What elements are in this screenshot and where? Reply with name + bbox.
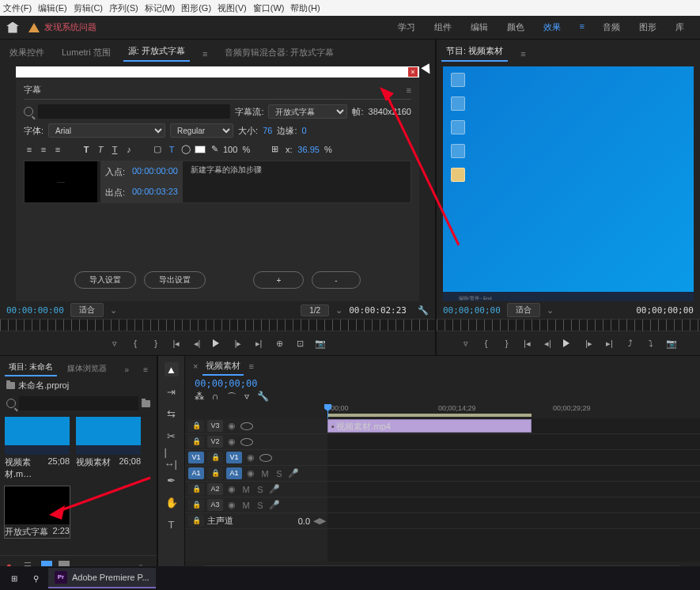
add-caption-button[interactable]: + bbox=[253, 271, 304, 289]
align-center-icon[interactable]: ≡ bbox=[38, 145, 49, 154]
task-search-icon[interactable]: ⚲ bbox=[27, 568, 45, 588]
tab-lumetri[interactable]: Lumetri 范围 bbox=[57, 43, 115, 62]
step-back-icon[interactable]: ◂| bbox=[191, 337, 203, 350]
lock-icon[interactable]: 🔒 bbox=[188, 515, 204, 527]
tab-audio-mixer[interactable]: 音频剪辑混合器: 开放式字幕 bbox=[220, 43, 339, 62]
source-timecode-left[interactable]: 00:00:00:00 bbox=[6, 305, 64, 316]
ripple-tool-icon[interactable]: ⇆ bbox=[165, 407, 179, 421]
tab-project[interactable]: 项目: 未命名 bbox=[5, 359, 57, 376]
tab-program[interactable]: 节目: 视频素材 bbox=[441, 42, 508, 62]
menu-help[interactable]: 帮助(H) bbox=[290, 2, 320, 14]
insert-icon[interactable]: ⊕ bbox=[273, 337, 286, 350]
mute-icon[interactable]: M bbox=[259, 469, 271, 478]
work-area-bar[interactable] bbox=[327, 414, 532, 417]
menu-graph[interactable]: 图形(G) bbox=[181, 2, 211, 14]
out-point-icon[interactable]: } bbox=[501, 337, 513, 350]
tab-effect-controls[interactable]: 效果控件 bbox=[5, 43, 49, 62]
text-color-icon[interactable]: T bbox=[166, 145, 177, 154]
lift-icon[interactable]: ⤴ bbox=[624, 337, 637, 350]
remove-caption-button[interactable]: - bbox=[312, 271, 360, 289]
system-warning[interactable]: 发现系统问题 bbox=[28, 21, 96, 33]
start-button[interactable]: ⊞ bbox=[5, 568, 24, 588]
toggle-output-icon[interactable]: ◉ bbox=[245, 468, 256, 478]
mute-icon[interactable]: M bbox=[240, 485, 252, 494]
selection-tool-icon[interactable]: ▲ bbox=[165, 362, 179, 376]
font-select[interactable]: Arial bbox=[48, 123, 165, 138]
export-frame-icon[interactable]: 📷 bbox=[665, 337, 678, 350]
align-right-icon[interactable]: ≡ bbox=[52, 145, 63, 154]
timeline-menu-icon[interactable]: ≡ bbox=[248, 361, 253, 371]
out-point-icon[interactable]: } bbox=[149, 337, 162, 350]
bg-box-icon[interactable]: ▢ bbox=[152, 144, 163, 154]
tab-source-caption[interactable]: 源: 开放式字幕 bbox=[123, 42, 190, 62]
project-item[interactable]: 视频素材.m…25;08 bbox=[5, 417, 70, 480]
voice-icon[interactable]: 🎤 bbox=[288, 468, 299, 478]
stream-select[interactable]: 开放式字幕 bbox=[268, 104, 347, 119]
bold-icon[interactable]: T bbox=[81, 145, 92, 154]
marker-add-icon[interactable]: ▿ bbox=[244, 391, 249, 404]
track-area[interactable]: ▪ 视频素材.mp4 bbox=[327, 418, 700, 562]
source-zoom-fit[interactable]: 适合 bbox=[70, 303, 104, 317]
ws-edit[interactable]: 编辑 bbox=[471, 21, 488, 33]
edge-value[interactable]: 0 bbox=[301, 126, 306, 135]
ws-lib[interactable]: 库 bbox=[675, 21, 684, 33]
menu-edit[interactable]: 编辑(E) bbox=[38, 2, 67, 14]
project-item[interactable]: 开放式字幕2:23 bbox=[5, 486, 70, 538]
lock-icon[interactable]: 🔒 bbox=[207, 467, 223, 479]
menu-view[interactable]: 视图(V) bbox=[218, 2, 247, 14]
out-value[interactable]: 00:00:03:23 bbox=[132, 187, 178, 199]
panel-overflow-icon[interactable]: » bbox=[121, 363, 134, 376]
tab-sequence[interactable]: 视频素材 bbox=[202, 357, 244, 376]
ws-menu-icon[interactable]: ≡ bbox=[580, 21, 584, 33]
toggle-output-icon[interactable]: ◉ bbox=[226, 421, 237, 431]
razor-tool-icon[interactable]: ✂ bbox=[165, 429, 179, 443]
timeline-clip[interactable]: ▪ 视频素材.mp4 bbox=[327, 419, 532, 433]
program-monitor[interactable]: 编辑/暂停 - End bbox=[443, 66, 694, 301]
track-label-v3[interactable]: V3 bbox=[207, 420, 223, 432]
project-item[interactable]: 视频素材26;08 bbox=[76, 417, 141, 480]
play-icon[interactable] bbox=[562, 337, 575, 350]
source-resolution[interactable]: 1/2 bbox=[301, 304, 329, 316]
opacity-value[interactable]: 100 bbox=[223, 145, 237, 154]
snap-icon[interactable]: ⁂ bbox=[195, 391, 204, 404]
slip-tool-icon[interactable]: |↔| bbox=[165, 451, 179, 465]
goto-out-icon[interactable]: ▸| bbox=[604, 337, 616, 350]
home-icon[interactable] bbox=[6, 22, 19, 33]
marker-icon[interactable]: ▿ bbox=[108, 337, 121, 350]
track-label-a3[interactable]: A3 bbox=[207, 499, 223, 511]
goto-out-icon[interactable]: ▸| bbox=[252, 337, 265, 350]
project-menu-icon[interactable]: ≡ bbox=[139, 363, 152, 376]
bin-filter-icon[interactable] bbox=[142, 400, 150, 407]
goto-in-icon[interactable]: |◂ bbox=[521, 337, 534, 350]
voice-icon[interactable]: 🎤 bbox=[269, 500, 280, 510]
wrench-icon[interactable]: 🔧 bbox=[418, 305, 429, 316]
x-value[interactable]: 36.95 bbox=[297, 145, 320, 154]
solo-icon[interactable]: S bbox=[274, 469, 285, 478]
taskbar-app-premiere[interactable]: Pr Adobe Premiere P... bbox=[48, 568, 156, 588]
eye-icon[interactable] bbox=[240, 422, 253, 430]
source-ruler[interactable] bbox=[0, 319, 435, 331]
in-point-icon[interactable]: { bbox=[480, 337, 493, 350]
ws-audio[interactable]: 音频 bbox=[603, 21, 620, 33]
music-icon[interactable]: ♪ bbox=[123, 145, 134, 154]
track-label-a2[interactable]: A2 bbox=[207, 483, 223, 495]
track-select-tool-icon[interactable]: ⇥ bbox=[165, 384, 179, 399]
tab-menu-icon[interactable]: ≡ bbox=[198, 46, 212, 62]
ws-learn[interactable]: 学习 bbox=[398, 21, 415, 33]
eyedropper-icon[interactable]: ✎ bbox=[209, 144, 220, 154]
ws-color[interactable]: 颜色 bbox=[507, 21, 524, 33]
menu-mark[interactable]: 标记(M) bbox=[145, 2, 176, 14]
timeline-timecode[interactable]: 00;00;00;00 bbox=[185, 376, 700, 391]
source-patch-a1[interactable]: A1 bbox=[188, 467, 204, 479]
toggle-output-icon[interactable]: ◉ bbox=[245, 452, 256, 463]
ws-effects[interactable]: 效果 bbox=[543, 21, 561, 33]
ws-graphics[interactable]: 图形 bbox=[639, 21, 656, 33]
pen-tool-icon[interactable]: ✒ bbox=[165, 473, 179, 487]
position-grid-icon[interactable]: ⊞ bbox=[269, 144, 280, 154]
lock-icon[interactable]: 🔒 bbox=[188, 499, 204, 511]
overwrite-icon[interactable]: ⊡ bbox=[293, 337, 306, 350]
lock-icon[interactable]: 🔒 bbox=[188, 436, 204, 448]
toggle-output-icon[interactable]: ◉ bbox=[226, 500, 237, 510]
linked-sel-icon[interactable]: ⌒ bbox=[227, 391, 236, 404]
close-icon[interactable]: × bbox=[408, 67, 418, 77]
